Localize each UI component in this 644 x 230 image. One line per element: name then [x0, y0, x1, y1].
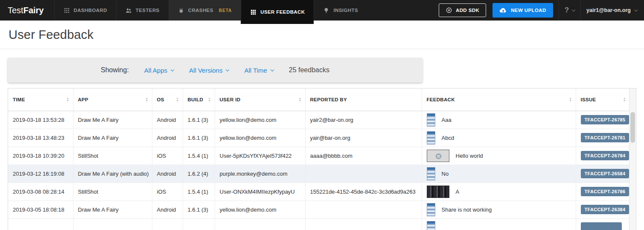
cell-build: 1.6.1 (3): [183, 129, 215, 147]
user-account-menu[interactable]: yair1@bar-on.org: [586, 7, 637, 13]
cell-time: 2019-03-18 13:53:28: [8, 111, 73, 129]
table-row[interactable]: 2019-03-05 18:08:18Draw Me A FairyAndroi…: [8, 201, 629, 218]
chevron-down-icon: [634, 8, 638, 11]
testfairy-logo[interactable]: TestFairy: [0, 0, 54, 21]
table-row[interactable]: 2019-03-18 10:39:20StillShotiOS1.5.4 (1)…: [8, 147, 629, 165]
top-navbar: TestFairy DASHBOARD TESTERS CRASHES BETA…: [0, 0, 644, 21]
feedback-thumbnail[interactable]: [427, 167, 435, 180]
feedback-grid-icon: [250, 9, 256, 15]
sort-arrows-icon[interactable]: ▲▼: [569, 97, 572, 102]
feedback-table: TIME▲▼APP▲▼OS▲▼BUILD▲▼USER ID▲▼REPORTED …: [8, 88, 629, 230]
cell-reported-by: 155221de-4152-45de-842c-3c3d6ad9a263: [305, 183, 422, 201]
feedback-thumbnail[interactable]: [427, 150, 449, 162]
issue-badge[interactable]: TFACCEPT-26781: [581, 133, 629, 142]
sort-arrows-icon[interactable]: ▲▼: [145, 97, 148, 102]
cell-user-id: purple.monkey@demo.com: [215, 165, 305, 183]
issue-badge[interactable]: TFACCEPT-26784: [581, 151, 629, 160]
column-header-os[interactable]: OS▲▼: [152, 88, 183, 111]
cell-user-id: [215, 218, 305, 230]
column-header-build[interactable]: BUILD▲▼: [183, 88, 215, 111]
chevron-down-icon: [572, 8, 575, 11]
cell-build: 1.5.4 (1): [183, 147, 215, 165]
column-header-issue[interactable]: ISSUE▲▼: [576, 88, 629, 111]
table-row[interactable]: 2019-03-18 13:48:23Draw Me A FairyAndroi…: [8, 129, 629, 147]
table-row[interactable]: 2019-03-12 16:19:08Draw Me A Fairy (with…: [8, 165, 629, 183]
versions-filter-dropdown[interactable]: All Versions: [189, 67, 229, 74]
column-header-reported-by[interactable]: REPORTED BY: [305, 88, 422, 111]
feedback-thumbnail[interactable]: [427, 131, 435, 144]
sort-arrows-icon[interactable]: ▲▼: [623, 97, 626, 102]
feedback-text: No: [442, 171, 449, 177]
time-filter-dropdown[interactable]: All Time: [244, 67, 273, 74]
cell-reported-by: [305, 165, 422, 183]
sort-arrows-icon[interactable]: ▲▼: [176, 97, 179, 102]
cell-user-id: yellow.lion@demo.com: [215, 111, 305, 129]
new-upload-button[interactable]: NEW UPLOAD: [492, 3, 553, 18]
feedback-text: Share is not working: [442, 206, 492, 213]
cell-time: 2019-03-12 16:19:08: [8, 165, 73, 183]
cell-build: 1.6.1 (3): [183, 201, 215, 218]
column-header-feedback[interactable]: FEEDBACK▲▼: [422, 88, 576, 111]
divider: [580, 0, 581, 21]
user-email: yair1@bar-on.org: [586, 7, 631, 13]
nav-item-dashboard[interactable]: DASHBOARD: [54, 0, 116, 21]
cell-reported-by: yair2@bar-on.org: [305, 111, 422, 129]
table-row[interactable]: 2019-03-18 13:53:28Draw Me A FairyAndroi…: [8, 111, 629, 129]
feedback-thumbnail[interactable]: [427, 186, 449, 198]
table-row[interactable]: [8, 218, 629, 230]
cell-app: [73, 218, 152, 230]
crash-icon: [178, 7, 184, 14]
nav-item-testers[interactable]: TESTERS: [116, 0, 169, 21]
cell-feedback: A: [422, 183, 576, 201]
cell-reported-by: [305, 218, 422, 230]
plus-circle-icon: [446, 7, 452, 14]
issue-badge[interactable]: [581, 222, 622, 230]
table-row[interactable]: 2019-03-08 08:28:14StillShotiOS1.5.4 (1)…: [8, 183, 629, 201]
apps-filter-value: All Apps: [144, 67, 167, 74]
vertical-scrollbar-thumb[interactable]: [630, 112, 635, 143]
sort-arrows-icon[interactable]: ▲▼: [208, 97, 211, 102]
feedback-thumbnail[interactable]: [427, 203, 435, 216]
column-header-label: APP: [78, 97, 89, 102]
feedback-text: Aaa: [442, 117, 452, 123]
add-sdk-button[interactable]: ADD SDK: [439, 3, 486, 17]
sort-arrows-icon[interactable]: ▲▼: [66, 97, 69, 102]
filter-bar: Showing: All Apps All Versions All Time …: [8, 58, 423, 83]
feedback-table-container: TIME▲▼APP▲▼OS▲▼BUILD▲▼USER ID▲▼REPORTED …: [8, 88, 636, 230]
issue-badge[interactable]: TFACCEPT-26786: [581, 187, 629, 196]
chevron-down-icon: [226, 68, 229, 71]
grid-dots-icon: [64, 7, 70, 14]
cell-user-id: yellow.lion@demo.com: [215, 201, 305, 218]
issue-badge[interactable]: TFACCEPT-26785: [581, 115, 629, 124]
feedback-thumbnail[interactable]: [427, 221, 435, 230]
cell-time: 2019-03-08 08:28:14: [8, 183, 73, 201]
issue-badge[interactable]: TFACCEPT-26584: [581, 169, 629, 178]
sort-arrows-icon[interactable]: ▲▼: [298, 97, 301, 102]
cell-build: [183, 218, 215, 230]
cell-feedback: Aaa: [422, 111, 576, 129]
cell-reported-by: yair@bar-on.org: [305, 129, 422, 147]
nav-item-insights[interactable]: INSIGHTS: [314, 0, 367, 21]
cell-os: Android: [152, 165, 183, 183]
cell-issue: TFACCEPT-26781: [576, 129, 629, 147]
nav-item-crashes[interactable]: CRASHES BETA: [169, 0, 241, 21]
page-title: User Feedback: [9, 28, 634, 42]
table-header-row: TIME▲▼APP▲▼OS▲▼BUILD▲▼USER ID▲▼REPORTED …: [8, 88, 629, 111]
feedback-text: A: [456, 189, 460, 195]
nav-items: DASHBOARD TESTERS CRASHES BETA USER FEED…: [54, 0, 367, 21]
cell-app: Draw Me A Fairy: [73, 201, 152, 218]
nav-item-user-feedback[interactable]: USER FEEDBACK: [241, 0, 314, 24]
feedback-thumbnail[interactable]: [427, 113, 435, 127]
vertical-scrollbar-track[interactable]: [629, 88, 636, 230]
column-header-time[interactable]: TIME▲▼: [8, 88, 73, 111]
showing-label: Showing:: [101, 66, 129, 74]
time-filter-value: All Time: [244, 67, 267, 74]
issue-badge[interactable]: TFACCEPT-26384: [581, 205, 629, 214]
cell-time: 2019-03-05 18:08:18: [8, 201, 73, 218]
help-menu[interactable]: ?: [565, 6, 575, 15]
column-header-user-id[interactable]: USER ID▲▼: [215, 88, 305, 111]
apps-filter-dropdown[interactable]: All Apps: [144, 67, 174, 74]
people-icon: [125, 7, 132, 14]
column-header-app[interactable]: APP▲▼: [73, 88, 152, 111]
nav-item-label: DASHBOARD: [74, 8, 107, 13]
